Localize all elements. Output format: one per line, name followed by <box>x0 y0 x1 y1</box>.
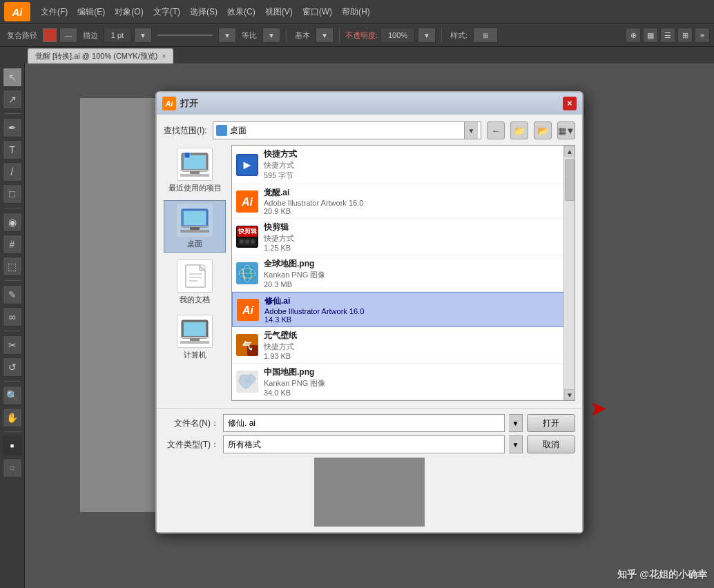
menu-file[interactable]: 文件(F) <box>36 3 73 21</box>
menu-help[interactable]: 帮助(H) <box>337 3 375 21</box>
sidebar-recent[interactable]: 最近使用的项目 <box>164 145 226 196</box>
tool-select[interactable]: ↖ <box>3 68 22 87</box>
svg-rect-20 <box>180 337 209 338</box>
stroke-color-swatch[interactable] <box>43 28 57 42</box>
sidebar-computer[interactable]: 计算机 <box>164 312 226 363</box>
menu-edit[interactable]: 编辑(E) <box>73 3 110 21</box>
tool-shape[interactable]: □ <box>3 184 22 204</box>
file-item-2[interactable]: 快剪辑 快剪辑 快捷方式 <box>232 219 575 255</box>
dialog-ai-logo: Ai <box>162 97 176 110</box>
cancel-btn-label: 取消 <box>543 439 559 451</box>
menu-object[interactable]: 对象(O) <box>110 3 148 21</box>
location-label: 查找范围(I): <box>164 125 207 137</box>
menu-effect[interactable]: 效果(C) <box>222 3 260 21</box>
nav-view-btn[interactable]: ▦▼ <box>557 121 575 139</box>
tool-mesh[interactable]: # <box>3 235 22 254</box>
dialog-close-btn[interactable]: × <box>563 97 577 110</box>
content-area: 最近使用的项目 <box>164 145 575 401</box>
sep2 <box>339 28 340 42</box>
style-label: 样式: <box>447 30 470 41</box>
style-select-btn[interactable]: ⊞ <box>473 28 498 43</box>
tr-btn5[interactable]: ≡ <box>695 28 710 43</box>
tool-blend[interactable]: ∞ <box>3 307 22 326</box>
file-item-3[interactable]: 全球地图.png Kankan PNG 图像 20.3 MB <box>232 255 575 292</box>
filename-input[interactable]: 修仙. ai <box>223 414 505 432</box>
tool-type[interactable]: T <box>3 140 22 159</box>
scrollbar-thumb[interactable] <box>565 159 575 201</box>
tool-direct-select[interactable]: ↗ <box>3 90 22 109</box>
svg-text:►: ► <box>241 158 253 172</box>
stroke-color-btn2[interactable]: □ <box>3 458 22 478</box>
stroke-style-btn[interactable]: — <box>59 28 77 43</box>
file-item-0[interactable]: ► 快捷方式 快捷方式 595 字节 <box>232 146 575 184</box>
filetype-row: 文件类型(T)： 所有格式 ▼ 取消 <box>164 435 575 453</box>
menu-text[interactable]: 文字(T) <box>148 3 185 21</box>
nav-new-folder-btn[interactable]: 📂 <box>534 121 552 139</box>
file-item-6[interactable]: 中国地图.png Kankan PNG 图像 34.0 KB <box>232 364 575 400</box>
open-btn[interactable]: 打开 <box>527 414 575 432</box>
tool-zoom[interactable]: 🔍 <box>3 386 22 405</box>
svg-rect-8 <box>180 226 209 227</box>
tool-gradient[interactable]: ⬚ <box>3 257 22 276</box>
tr-btn2[interactable]: ▦ <box>643 28 658 43</box>
menu-view[interactable]: 视图(V) <box>260 3 298 21</box>
filetype-dropdown[interactable]: ▼ <box>509 435 523 453</box>
open-dialog: Ai 打开 × 查找范围(I): 桌面 ▼ ← <box>155 91 583 533</box>
file-desc-4: Adobe Illustrator Artwork 16.0 <box>264 307 570 315</box>
fill-color-btn[interactable]: ■ <box>3 436 22 455</box>
file-info-4: 修仙.ai Adobe Illustrator Artwork 16.0 14.… <box>264 295 570 324</box>
svg-point-35 <box>251 239 255 244</box>
file-item-4[interactable]: Ai 修仙.ai Adobe Illustrator Artwork 16.0 … <box>232 292 575 327</box>
tr-btn4[interactable]: ⊞ <box>677 28 693 43</box>
tool-line[interactable]: / <box>3 162 22 182</box>
tab-close-btn[interactable]: × <box>162 52 166 60</box>
stroke-unit-btn[interactable]: ▼ <box>134 28 152 43</box>
menu-window[interactable]: 窗口(W) <box>298 3 337 21</box>
tool-sep4 <box>4 331 21 331</box>
menu-select[interactable]: 选择(S) <box>185 3 222 21</box>
nav-back-btn[interactable]: ← <box>487 121 505 139</box>
cancel-btn[interactable]: 取消 <box>527 435 575 453</box>
file-desc-5: 快捷方式 <box>264 342 570 352</box>
svg-rect-21 <box>190 338 200 341</box>
filename-dropdown[interactable]: ▼ <box>509 414 523 432</box>
file-item-1[interactable]: Ai 觉醒.ai Adobe Illustrator Artwork 16.0 … <box>232 184 575 219</box>
dialog-overlay: Ai 打开 × 查找范围(I): 桌面 ▼ ← <box>25 63 714 588</box>
file-scrollbar[interactable]: ▲ ▼ <box>563 146 575 400</box>
nav-folder-btn[interactable]: 📁 <box>510 121 528 139</box>
filename-row: 文件名(N)： 修仙. ai ▼ 打开 <box>164 414 575 432</box>
app-logo: Ai <box>4 2 30 21</box>
tool-hand[interactable]: ✋ <box>3 408 22 427</box>
svg-rect-1 <box>180 170 209 171</box>
svg-rect-9 <box>190 227 200 230</box>
open-btn-label: 打开 <box>543 418 559 429</box>
scale-btn[interactable]: ▼ <box>262 28 280 43</box>
tr-btn1[interactable]: ⊕ <box>626 28 641 43</box>
filename-label: 文件名(N)： <box>164 418 219 429</box>
opacity-btn[interactable]: ▼ <box>418 28 436 43</box>
fuhe-label: 复合路径 <box>4 30 40 41</box>
location-dropdown-arrow[interactable]: ▼ <box>464 122 478 139</box>
sidebar-docs[interactable]: 我的文档 <box>164 257 226 308</box>
tool-pen[interactable]: ✒ <box>3 118 22 137</box>
tool-rotate[interactable]: ↺ <box>3 357 22 377</box>
dialog-bottom: 文件名(N)： 修仙. ai ▼ 打开 文件类型(T)： 所有格式 <box>157 408 582 532</box>
stroke-width-input[interactable] <box>104 28 131 43</box>
line-style-btn[interactable]: ▼ <box>218 28 236 43</box>
tool-eyedropper[interactable]: ✎ <box>3 285 22 304</box>
tr-btn3[interactable]: ☰ <box>660 28 675 43</box>
sidebar-desktop[interactable]: 桌面 <box>164 200 226 253</box>
location-select[interactable]: 桌面 ▼ <box>213 121 481 139</box>
opacity-input[interactable] <box>380 28 415 43</box>
file-info-2: 快剪辑 快捷方式 1.25 KB <box>264 222 570 252</box>
filetype-select[interactable]: 所有格式 <box>223 435 505 453</box>
file-info-1: 觉醒.ai Adobe Illustrator Artwork 16.0 20.… <box>264 187 570 215</box>
scrollbar-down-btn[interactable]: ▼ <box>564 389 575 400</box>
document-tab[interactable]: 觉醒 [转换].ai @ 100% (CMYK/预览) × <box>28 48 173 63</box>
tool-sep1 <box>4 113 21 114</box>
tool-scissors[interactable]: ✂ <box>3 335 22 355</box>
file-item-5[interactable]: 气 元气壁纸 快捷方式 1.93 KB <box>232 327 575 364</box>
tool-paint[interactable]: ◉ <box>3 213 22 232</box>
scrollbar-up-btn[interactable]: ▲ <box>564 146 575 157</box>
profile-btn[interactable]: ▼ <box>316 28 334 43</box>
